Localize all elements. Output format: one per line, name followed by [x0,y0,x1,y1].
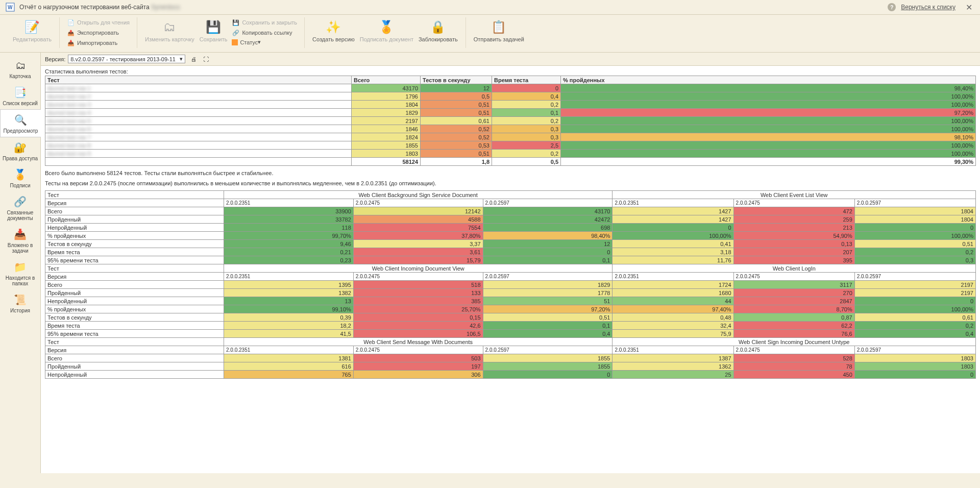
block-button[interactable]: 🔒Заблокировать [416,17,460,44]
sidebar-item-access[interactable]: 🔐Права доступа [0,137,40,164]
change-card-button[interactable]: 🗂Изменить карточку [142,17,197,46]
table-row: % пройденных99,70%37,80%98,40%100,00%54,… [45,232,976,240]
test-name-cell: blurred test row 5 [45,117,352,125]
stats-title: Статистика выполнения тестов: [45,68,976,75]
test-header-row: ТестWeb Client Incoming Document ViewWeb… [45,264,976,273]
sidebar-item-preview[interactable]: 🔍Предпросмотр [0,109,41,137]
test-name-cell: blurred test row 3 [45,101,352,109]
tps-cell: 0,5 [421,92,492,101]
print-button[interactable]: 🖨 [189,55,198,63]
tasks-icon: 📥 [12,227,29,241]
sidebar-item-related[interactable]: 🔗Связанные документы [0,191,40,224]
version-label: Версия: [45,56,65,62]
save-button[interactable]: 💾Сохранить [197,17,230,46]
table-row: % пройденных99,10%25,70%97,20%97,40%8,70… [45,305,976,313]
signs-icon: 🏅 [12,167,29,182]
link-icon: 🔗 [232,29,240,37]
sidebar-item-tasks[interactable]: 📥Вложено в задачи [0,224,40,257]
total-cell: 1804 [352,101,421,109]
related-icon: 🔗 [12,194,29,209]
save-close-button[interactable]: 💾Сохранить и закрыть [230,17,299,28]
table-row: Тестов в секунду9,463,37120,410,130,51 [45,240,976,248]
table-row: Время теста0,213,6103,182070,2 [45,248,976,256]
tps-cell: 0,53 [421,141,492,150]
detail-table: ТестWeb Client Background Sign Service D… [45,190,976,379]
test-name-cell: blurred test row 6 [45,125,352,133]
tps-cell: 12 [421,84,492,92]
total-cell: 1855 [352,141,421,150]
summary-header: Тестов в секунду [421,76,492,84]
summary-header: Тест [45,76,352,84]
export-button[interactable]: 📤Экспортировать [65,28,132,38]
time-cell: 2,5 [492,141,561,150]
table-row: blurred test row 14317012098,40% [45,84,976,92]
sidebar-item-signs[interactable]: 🏅Подписи [0,164,40,191]
test-header-row: ТестWeb Client Send Message With Documen… [45,338,976,346]
table-row: blurred test row 918030,510,2100,00% [45,150,976,158]
import-icon: 📥 [67,39,75,47]
total-cell: 1803 [352,150,421,158]
total-cell: 1796 [352,92,421,101]
search-icon: 🔍 [13,113,29,127]
pct-cell: 100,00% [561,150,976,158]
save-icon: 💾 [205,19,222,35]
status-dropdown[interactable]: Статус ▾ [230,38,299,46]
edit-button[interactable]: 📝 Редактировать [10,17,54,44]
history-icon: 📜 [12,292,29,307]
sidebar-item-folders[interactable]: 📁Находится в папках [0,257,40,289]
svg-text:W: W [8,5,13,10]
test-name-cell: blurred test row 1 [45,84,352,92]
import-button[interactable]: 📥Импортировать [65,38,132,48]
close-button[interactable]: ✕ [963,3,975,12]
tps-cell: 0,51 [421,101,492,109]
edit-icon: 📝 [24,19,40,35]
lock-icon: 🔒 [430,19,446,35]
test-name-cell: blurred test row 8 [45,141,352,150]
total-cell: 43170 [352,84,421,92]
table-row: Пройденный3378245884247214272591804 [45,215,976,224]
note-2: Тесты на версии 2.0.0.2475 (после оптими… [45,180,976,186]
test-name-cell: blurred test row 9 [45,150,352,158]
sign-document-button[interactable]: 🏅Подписать документ [357,17,416,44]
version-row: Версия2.0.0.23512.0.0.24752.0.0.25972.0.… [45,199,976,207]
table-row: Непройденный13385514428470 [45,297,976,305]
sidebar: 🗂Карточка 📑Список версий 🔍Предпросмотр 🔐… [0,53,41,473]
pct-cell: 98,10% [561,133,976,141]
titlebar: W Отчёт о нагрузочном тестировании веб-с… [0,0,980,15]
sidebar-item-card[interactable]: 🗂Карточка [0,55,40,82]
table-row: Непройденный7653060254500 [45,371,976,379]
table-row: blurred test row 618460,520,3100,00% [45,125,976,133]
tps-cell: 0,51 [421,150,492,158]
back-to-list-link[interactable]: Вернуться к списку [901,4,955,11]
pct-cell: 100,00% [561,125,976,133]
sidebar-item-versions[interactable]: 📑Список версий [0,82,40,109]
folders-icon: 📁 [12,260,29,274]
status-color-icon [232,39,238,45]
create-version-button[interactable]: ✨Создать версию [310,17,357,44]
send-task-button[interactable]: 📋Отправить задачей [471,17,527,44]
sidebar-item-history[interactable]: 📜История [0,289,40,316]
time-cell: 0 [492,84,561,92]
help-icon[interactable]: ? [888,3,896,11]
time-cell: 0,3 [492,125,561,133]
lock-nav-icon: 🔐 [12,140,29,155]
total-cell: 2197 [352,117,421,125]
open-icon: 📄 [67,18,75,27]
card-nav-icon: 🗂 [12,58,29,72]
tps-cell: 0,52 [421,133,492,141]
open-read-button[interactable]: 📄Открыть для чтения [65,17,132,28]
test-name-cell: blurred test row 7 [45,133,352,141]
summary-header: Время теста [492,76,561,84]
total-cell: 1846 [352,125,421,133]
expand-button[interactable]: ⛶ [202,55,210,63]
tps-cell: 0,61 [421,117,492,125]
version-select[interactable]: 8.v2.0.0.2597 - тестирования 2013-09-11▾ [68,55,185,63]
tps-cell: 0,52 [421,125,492,133]
table-row: Всего1381503185513875281803 [45,354,976,362]
sign-icon: 🏅 [378,19,395,35]
note-1: Всего было выполнено 58124 тестов. Тесты… [45,170,976,176]
copy-link-button[interactable]: 🔗Копировать ссылку [230,28,299,38]
table-row: blurred test row 318040,510,2100,00% [45,101,976,109]
word-doc-icon: W [5,2,15,12]
table-row: Всего13955181829172431172197 [45,281,976,289]
